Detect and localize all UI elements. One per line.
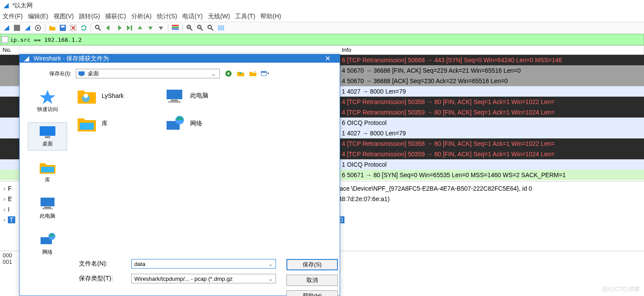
tb-next[interactable] bbox=[114, 23, 124, 33]
place-library[interactable]: 库 bbox=[28, 157, 67, 187]
help-button[interactable]: 帮助(H) bbox=[286, 290, 338, 296]
tb-stop[interactable] bbox=[12, 23, 22, 33]
menu-goto[interactable]: 跳转(G) bbox=[79, 13, 100, 20]
tb-autoscroll[interactable] bbox=[156, 23, 166, 33]
tb-sep bbox=[168, 24, 168, 32]
nav-up-icon[interactable] bbox=[236, 70, 245, 77]
tb-start[interactable] bbox=[2, 23, 11, 33]
nav-viewmenu-icon[interactable] bbox=[261, 70, 269, 77]
filetype-select[interactable]: Wireshark/tcpdump/... - pcap (*.dmp.gz ⌄ bbox=[131, 274, 276, 283]
menu-stats[interactable]: 统计(S) bbox=[157, 13, 177, 20]
toolbar bbox=[0, 22, 644, 34]
file-item-thispc[interactable]: 此电脑 bbox=[163, 87, 208, 104]
place-quick[interactable]: 快速访问 bbox=[28, 86, 67, 116]
tb-goto[interactable] bbox=[125, 23, 134, 33]
menu-view[interactable]: 视图(V) bbox=[54, 13, 74, 20]
detail-eth[interactable]: E bbox=[8, 195, 12, 202]
tb-close[interactable] bbox=[68, 23, 78, 33]
menu-wifi[interactable]: 无线(W) bbox=[208, 13, 230, 20]
file-item-network[interactable]: 网络 bbox=[163, 115, 208, 132]
watermark: @51CTO博客 bbox=[602, 286, 640, 293]
expand-icon[interactable]: › bbox=[1, 185, 8, 192]
svg-rect-57 bbox=[80, 123, 94, 130]
col-no[interactable]: No. bbox=[0, 46, 19, 54]
svg-marker-45 bbox=[267, 73, 269, 74]
menu-edit[interactable]: 编辑(E) bbox=[28, 13, 48, 20]
svg-line-29 bbox=[201, 28, 203, 30]
svg-rect-51 bbox=[44, 207, 51, 208]
tb-open[interactable] bbox=[48, 23, 57, 33]
filter-bar[interactable] bbox=[0, 34, 644, 45]
expand-icon[interactable]: › bbox=[1, 216, 8, 223]
menu-tele[interactable]: 电话(Y) bbox=[182, 13, 203, 20]
svg-marker-1 bbox=[4, 25, 9, 30]
close-icon[interactable]: ✕ bbox=[319, 54, 336, 63]
tb-prev[interactable] bbox=[104, 23, 113, 33]
svg-line-32 bbox=[211, 28, 213, 30]
svg-rect-60 bbox=[168, 101, 181, 103]
svg-marker-15 bbox=[118, 25, 122, 30]
tb-resize[interactable] bbox=[216, 23, 226, 33]
expand-icon[interactable]: › bbox=[1, 206, 8, 213]
svg-marker-0 bbox=[3, 3, 9, 8]
tb-zoomin[interactable] bbox=[185, 23, 194, 33]
save-button[interactable]: 保存(S) bbox=[286, 259, 338, 270]
svg-marker-46 bbox=[40, 90, 55, 104]
svg-rect-52 bbox=[42, 208, 53, 209]
svg-rect-17 bbox=[131, 25, 132, 30]
chevron-down-icon[interactable]: ⌄ bbox=[211, 71, 218, 77]
nav-newfolder-icon[interactable]: * bbox=[249, 70, 257, 77]
svg-rect-50 bbox=[41, 198, 55, 206]
menu-help[interactable]: 帮助(H) bbox=[260, 13, 281, 20]
title-bar: *以太网 bbox=[0, 0, 644, 11]
save-in-combo[interactable]: 桌面 ⌄ bbox=[76, 69, 220, 78]
menu-tools[interactable]: 工具(T) bbox=[235, 13, 255, 20]
menu-analyse[interactable]: 分析(A) bbox=[131, 13, 152, 20]
expand-icon[interactable]: › bbox=[1, 195, 8, 202]
place-desktop[interactable]: 桌面 bbox=[28, 122, 67, 151]
dialog-titlebar[interactable]: Wireshark · 保存捕获文件为 ✕ bbox=[20, 54, 340, 63]
detail-frame[interactable]: F bbox=[8, 185, 12, 192]
menu-capture[interactable]: 捕获(C) bbox=[105, 13, 126, 20]
wireshark-icon bbox=[23, 55, 30, 62]
tb-sep bbox=[182, 24, 183, 32]
nav-back-icon[interactable] bbox=[224, 70, 233, 77]
place-thispc[interactable]: 此电脑 bbox=[28, 193, 67, 223]
file-item-lyshark[interactable]: LyShark bbox=[76, 87, 124, 104]
detail-tcp[interactable]: T bbox=[8, 216, 15, 223]
place-network[interactable]: 网络 bbox=[28, 229, 67, 259]
display-filter-input[interactable] bbox=[10, 37, 643, 43]
tb-restart[interactable] bbox=[23, 23, 32, 33]
tb-reload[interactable] bbox=[79, 23, 89, 33]
cancel-button[interactable]: 取消 bbox=[286, 275, 338, 286]
tb-last[interactable] bbox=[146, 23, 155, 33]
svg-rect-23 bbox=[172, 28, 179, 30]
tb-options[interactable] bbox=[33, 23, 43, 33]
chevron-down-icon[interactable]: ⌄ bbox=[268, 276, 273, 282]
svg-rect-2 bbox=[14, 25, 20, 31]
filename-input[interactable]: data ⌄ bbox=[131, 259, 276, 269]
detail-ip[interactable]: I bbox=[8, 206, 10, 213]
tb-zoom100[interactable] bbox=[206, 23, 215, 33]
tb-save[interactable] bbox=[58, 23, 68, 33]
tb-colorize[interactable] bbox=[170, 23, 180, 33]
svg-text:*: * bbox=[254, 71, 256, 74]
tb-find[interactable] bbox=[93, 23, 103, 33]
tb-zoomout[interactable] bbox=[195, 23, 205, 33]
svg-point-56 bbox=[84, 94, 88, 98]
svg-rect-49 bbox=[41, 167, 54, 172]
file-item-library[interactable]: 库 bbox=[76, 115, 124, 132]
svg-rect-58 bbox=[167, 90, 182, 99]
svg-rect-47 bbox=[40, 126, 55, 136]
bookmark-icon[interactable] bbox=[1, 36, 8, 43]
places-bar: 快速访问 桌面 库 此电脑 网络 bbox=[26, 84, 69, 259]
menu-file[interactable]: 文件(F) bbox=[3, 13, 23, 20]
chevron-down-icon[interactable]: ⌄ bbox=[268, 261, 273, 267]
col-info[interactable]: Info bbox=[19, 46, 644, 54]
svg-rect-7 bbox=[61, 26, 65, 27]
svg-point-5 bbox=[37, 27, 39, 29]
svg-rect-35 bbox=[222, 25, 224, 30]
svg-point-12 bbox=[95, 25, 99, 29]
tb-first[interactable] bbox=[135, 23, 145, 33]
file-area[interactable]: LyShark 库 此电脑 网络 bbox=[73, 84, 334, 259]
